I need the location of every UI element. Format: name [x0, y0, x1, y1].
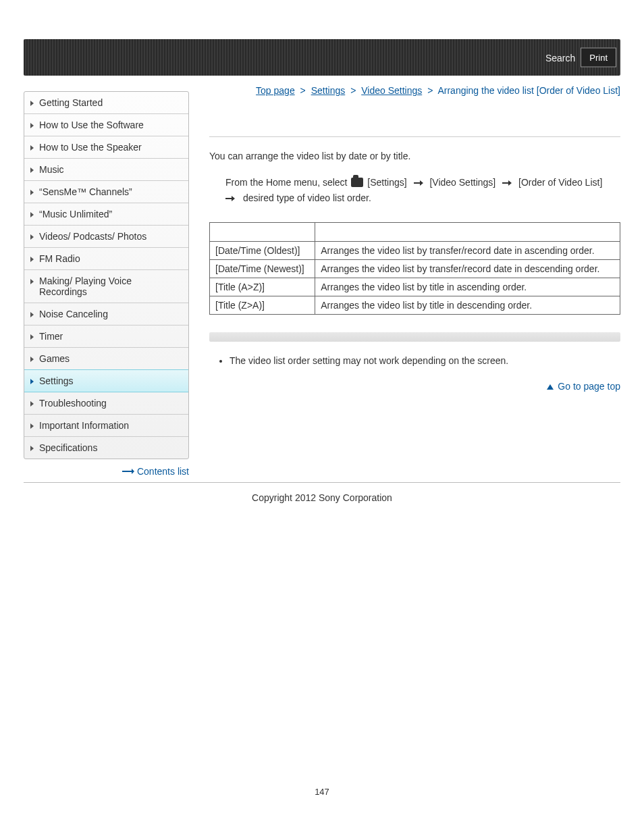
go-to-top-wrap: Go to page top [209, 381, 620, 392]
print-button[interactable]: Print [581, 48, 616, 68]
intro-text: You can arrange the video list by date o… [209, 149, 620, 163]
step-prefix: From the Home menu, select [225, 177, 348, 188]
svg-marker-3 [420, 180, 423, 186]
sidebar-item-getting-started[interactable]: Getting Started [24, 92, 188, 114]
sidebar-item-noise-canceling[interactable]: Noise Canceling [24, 303, 188, 325]
sidebar-item-timer[interactable]: Timer [24, 325, 188, 348]
sidebar-item-specifications[interactable]: Specifications [24, 437, 188, 459]
search-link[interactable]: Search [545, 52, 575, 63]
section-divider [209, 136, 620, 137]
table-cell-desc: Arranges the video list by title in asce… [315, 278, 620, 296]
table-row: [Date/Time (Newest)] Arranges the video … [210, 260, 620, 278]
copyright-text: Copyright 2012 Sony Corporation [24, 492, 620, 503]
header-bar: Search Print [24, 39, 620, 76]
note-item: The video list order setting may not wor… [230, 355, 620, 366]
table-cell-option: [Date/Time (Newest)] [210, 260, 315, 278]
breadcrumb-settings[interactable]: Settings [311, 85, 346, 96]
svg-marker-1 [132, 469, 134, 474]
options-table: [Date/Time (Oldest)] Arranges the video … [209, 222, 620, 315]
sidebar-item-sensme[interactable]: “SensMe™ Channels” [24, 181, 188, 203]
table-cell-desc: Arranges the video list by title in desc… [315, 296, 620, 315]
page-number: 147 [24, 787, 620, 817]
sidebar-item-fm-radio[interactable]: FM Radio [24, 248, 188, 270]
step-order: [Order of Video List] [518, 177, 602, 188]
contents-list-link[interactable]: Contents list [137, 466, 189, 477]
sidebar-item-voice-recordings[interactable]: Making/ Playing Voice Recordings [24, 270, 188, 303]
breadcrumb-sep: > [427, 85, 433, 96]
table-cell-desc: Arranges the video list by transfer/reco… [315, 242, 620, 260]
go-to-top-link[interactable]: Go to page top [558, 381, 620, 392]
table-cell-option: [Date/Time (Oldest)] [210, 242, 315, 260]
instruction-line: From the Home menu, select [Settings] [V… [225, 174, 620, 191]
sidebar-item-how-to-use-software[interactable]: How to Use the Software [24, 114, 188, 136]
table-row: [Date/Time (Oldest)] Arranges the video … [210, 242, 620, 260]
sidebar-item-important-information[interactable]: Important Information [24, 415, 188, 437]
sidebar-item-settings[interactable]: Settings [24, 369, 188, 392]
note-list: The video list order setting may not wor… [230, 355, 620, 366]
sidebar-item-music-unlimited[interactable]: “Music Unlimited” [24, 203, 188, 226]
arrow-right-icon [502, 180, 512, 186]
arrow-right-icon [225, 195, 235, 202]
breadcrumb-top[interactable]: Top page [256, 85, 295, 96]
step-settings: [Settings] [367, 177, 406, 188]
table-row: [Title (Z>A)] Arranges the video list by… [210, 296, 620, 315]
breadcrumb: Top page > Settings > Video Settings > A… [209, 85, 620, 96]
arrow-right-icon [122, 468, 134, 475]
step-suffix: desired type of video list order. [243, 192, 371, 203]
sidebar-item-games[interactable]: Games [24, 348, 188, 370]
sidebar-item-troubleshooting[interactable]: Troubleshooting [24, 392, 188, 415]
triangle-up-icon [547, 384, 554, 390]
table-header [210, 223, 315, 242]
svg-marker-7 [232, 196, 235, 201]
breadcrumb-video-settings[interactable]: Video Settings [361, 85, 422, 96]
breadcrumb-sep: > [300, 85, 306, 96]
breadcrumb-current: Arranging the video list [Order of Video… [437, 85, 620, 96]
arrow-right-icon [414, 180, 423, 186]
instruction-subline: desired type of video list order. [225, 192, 620, 203]
sidebar-item-how-to-use-speaker[interactable]: How to Use the Speaker [24, 136, 188, 159]
step-video: [Video Settings] [429, 177, 495, 188]
sidebar-nav: Getting Started How to Use the Software … [24, 91, 189, 459]
footer-divider [24, 482, 620, 483]
table-header [315, 223, 620, 242]
table-cell-desc: Arranges the video list by transfer/reco… [315, 260, 620, 278]
table-cell-option: [Title (A>Z)] [210, 278, 315, 296]
svg-marker-5 [508, 180, 512, 186]
table-cell-option: [Title (Z>A)] [210, 296, 315, 315]
contents-list-link-wrap: Contents list [24, 466, 189, 477]
settings-toolbox-icon [351, 178, 363, 187]
sidebar-item-videos-podcasts-photos[interactable]: Videos/ Podcasts/ Photos [24, 226, 188, 248]
breadcrumb-sep: > [350, 85, 356, 96]
sidebar-item-music[interactable]: Music [24, 159, 188, 181]
note-heading-bar [209, 332, 620, 342]
table-row: [Title (A>Z)] Arranges the video list by… [210, 278, 620, 296]
